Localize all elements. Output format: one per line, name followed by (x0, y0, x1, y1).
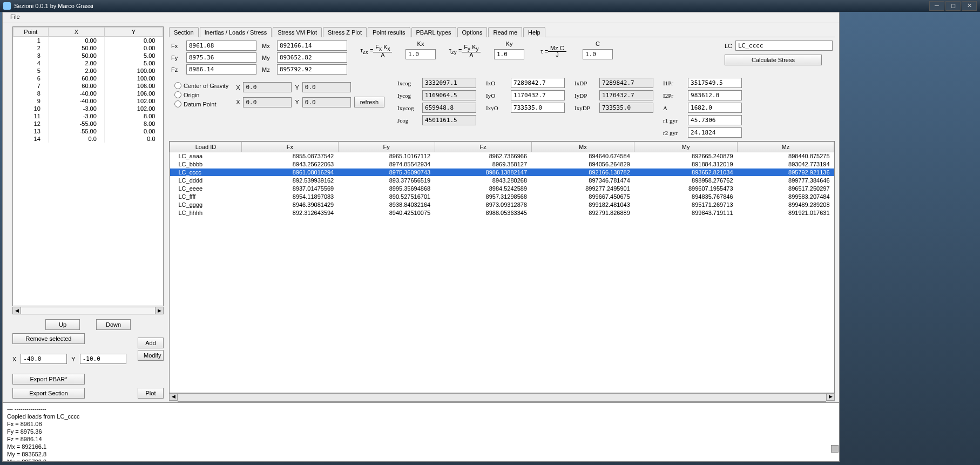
moments-grid: Mx My Mz (262, 41, 347, 75)
col-my[interactable]: My (634, 142, 738, 152)
tau-mz-formula: τ = Mz CJ (530, 41, 577, 62)
table-row[interactable]: 8-40.00106.00 (13, 90, 163, 97)
window-title: Sezioni 0.0.1 by Marco Grassi (14, 3, 93, 9)
plot-button[interactable]: Plot (138, 388, 164, 399)
close-button[interactable]: ✕ (962, 1, 977, 11)
scroll-right-icon[interactable]: ▶ (155, 307, 164, 314)
my-input[interactable] (277, 52, 347, 63)
tab-section[interactable]: Section (169, 27, 199, 37)
table-row[interactable]: 250.000.00 (13, 44, 163, 52)
col-y[interactable]: Y (104, 28, 163, 37)
table-row[interactable]: 11-3.008.00 (13, 112, 163, 120)
col-fx[interactable]: Fx (241, 142, 338, 152)
ox1 (243, 82, 292, 92)
maximize-button[interactable]: ◻ (945, 1, 961, 11)
menu-file[interactable]: File (7, 12, 23, 21)
table-row[interactable]: LC_aaaa8955.087375428965.101671128962.73… (170, 152, 834, 160)
table-row[interactable]: LC_eeee8937.014755698995.356948688984.52… (170, 185, 834, 193)
tab-inertias-loads-stress[interactable]: Inertias / Loads / Stress (200, 27, 272, 37)
modify-button[interactable]: Modify (138, 350, 164, 361)
x-label: X (12, 356, 16, 362)
kx-input[interactable] (405, 49, 436, 59)
points-panel: Point X Y 10.000.00250.000.00350.005.004… (3, 23, 167, 405)
tab-read-me[interactable]: Read me (488, 27, 522, 37)
col-point[interactable]: Point (13, 28, 49, 37)
fz-input[interactable] (186, 64, 256, 75)
col-mz[interactable]: Mz (738, 142, 834, 152)
mx-input[interactable] (277, 41, 347, 51)
radio-datum[interactable]: Datum Point (174, 100, 228, 107)
up-button[interactable]: Up (45, 319, 80, 330)
table-row[interactable]: 660.00100.00 (13, 75, 163, 82)
table-row[interactable]: LC_cccc8961.080162948975.360907438986.13… (170, 169, 834, 177)
lc-input[interactable] (735, 41, 833, 51)
scroll-right-icon[interactable]: ▶ (826, 393, 835, 401)
table-row[interactable]: 760.00106.00 (13, 82, 163, 90)
table-row[interactable]: LC_hhhh892.3126435948940.425100758988.05… (170, 209, 834, 217)
table-row[interactable]: 10.000.00 (13, 37, 163, 45)
remove-selected-button[interactable]: Remove selected (12, 333, 85, 344)
col-x[interactable]: X (48, 28, 104, 37)
tab-options[interactable]: Options (457, 27, 488, 37)
oy2 (302, 97, 351, 107)
table-row[interactable]: LC_dddd892.539939162893.3776565198943.28… (170, 177, 834, 185)
loads-table[interactable]: Load IDFxFyFzMxMyMz LC_aaaa8955.08737542… (169, 141, 835, 393)
points-table[interactable]: Point X Y 10.000.00250.000.00350.005.004… (12, 26, 164, 306)
col-mx[interactable]: Mx (531, 142, 634, 152)
tab-point-results[interactable]: Point results (368, 27, 410, 37)
points-hscroll[interactable]: ◀ ▶ (12, 306, 164, 315)
calculate-stress-button[interactable]: Calculate Stress (725, 55, 822, 65)
loads-hscroll[interactable]: ◀ ▶ (169, 393, 835, 402)
fx-input[interactable] (186, 41, 256, 51)
table-row[interactable]: LC_ffff8954.11897083890.5275167018957.31… (170, 193, 834, 201)
tau-zx-formula: τzx = Fx KxA (353, 41, 400, 62)
app-icon (3, 2, 11, 10)
col-load-id[interactable]: Load ID (170, 142, 242, 152)
fy-input[interactable] (186, 52, 256, 63)
console-output[interactable]: --- ---------------- Copied loads from L… (2, 402, 840, 462)
forces-grid: Fx Fy Fz (171, 41, 256, 75)
table-row[interactable]: 9-40.00102.00 (13, 97, 163, 105)
col-fy[interactable]: Fy (338, 142, 435, 152)
add-button[interactable]: Add (138, 338, 164, 348)
export-pbar-button[interactable]: Export PBAR* (12, 374, 85, 385)
radio-cog[interactable]: Center of Gravity (174, 82, 228, 89)
table-row[interactable]: LC_bbbb8943.256220638974.855429348969.35… (170, 160, 834, 169)
tab-help[interactable]: Help (523, 27, 545, 37)
title-bar: Sezioni 0.0.1 by Marco Grassi ─ ◻ ✕ (0, 0, 980, 12)
table-row[interactable]: 10-3.00102.00 (13, 105, 163, 112)
export-section-button[interactable]: Export Section (12, 388, 85, 399)
tab-stress-z-plot[interactable]: Stress Z Plot (323, 27, 367, 37)
col-fz[interactable]: Fz (435, 142, 531, 152)
minimize-button[interactable]: ─ (929, 1, 944, 11)
tab-bar: SectionInertias / Loads / StressStress V… (169, 26, 835, 37)
scroll-left-icon[interactable]: ◀ (12, 307, 21, 314)
down-button[interactable]: Down (96, 319, 131, 330)
oy1 (302, 82, 351, 92)
x-input[interactable] (21, 354, 67, 364)
table-row[interactable]: 350.005.00 (13, 52, 163, 59)
mz-input[interactable] (277, 64, 347, 75)
radio-origin[interactable]: Origin (174, 91, 228, 98)
menu-bar: File (3, 12, 839, 23)
tab-pbarl-types[interactable]: PBARL types (411, 27, 456, 37)
main-window: File Point X Y 10.000.00250.000.00350.00… (2, 12, 840, 406)
scroll-left-icon[interactable]: ◀ (169, 393, 178, 401)
tab-stress-vm-plot[interactable]: Stress VM Plot (273, 27, 322, 37)
y-input[interactable] (80, 354, 126, 364)
right-panel: SectionInertias / Loads / StressStress V… (167, 23, 839, 405)
c-input[interactable] (583, 49, 613, 59)
table-row[interactable]: 12-55.008.00 (13, 120, 163, 127)
ox2 (243, 97, 292, 107)
table-row[interactable]: 52.00100.00 (13, 67, 163, 75)
console-scroll-thumb[interactable] (831, 445, 839, 453)
table-row[interactable]: 13-55.000.00 (13, 127, 163, 135)
tau-zy-formula: τzy = Fy KyA (441, 41, 489, 62)
cog-inertia: Ixcog Iycog Ixycog Jcog (397, 78, 476, 125)
table-row[interactable]: 140.00.0 (13, 135, 163, 143)
refresh-button[interactable]: refresh (354, 97, 384, 107)
ky-input[interactable] (494, 49, 524, 59)
table-row[interactable]: 42.005.00 (13, 59, 163, 67)
y-label: Y (71, 356, 75, 362)
table-row[interactable]: LC_gggg8946.390814298938.840321648973.09… (170, 201, 834, 209)
